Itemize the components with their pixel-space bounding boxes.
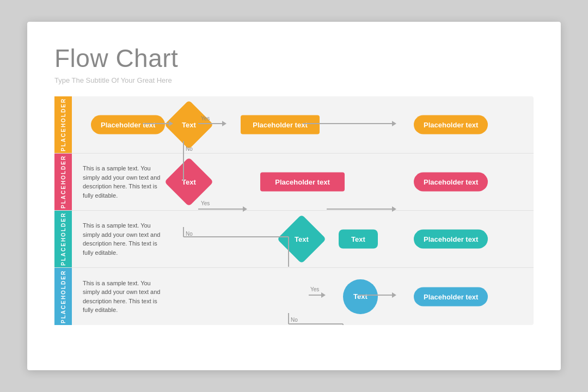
sidebar-label-row1: PLACEHOLDER — [54, 96, 72, 153]
row3-diamond[interactable]: Text — [284, 222, 319, 256]
row4-content: This is a sample text. You simply add yo… — [72, 268, 534, 325]
row1-rect[interactable]: Placeholder text — [241, 115, 320, 134]
row-3: PLACEHOLDER This is a sample text. You s… — [54, 211, 534, 268]
row3-content: This is a sample text. You simply add yo… — [72, 211, 534, 267]
sidebar-label-row2: PLACEHOLDER — [54, 154, 72, 210]
row1-pill1[interactable]: Placeholder text — [91, 115, 165, 134]
row3-pill[interactable]: Placeholder text — [414, 230, 488, 249]
row3-rect[interactable]: Text — [339, 230, 378, 249]
row2-pill[interactable]: Placeholder text — [414, 173, 488, 192]
sidebar-label-row4: PLACEHOLDER — [54, 268, 72, 325]
sidebar-label-row3: PLACEHOLDER — [54, 211, 72, 267]
row1-pill2[interactable]: Placeholder text — [414, 115, 488, 134]
row3-desc: This is a sample text. You simply add yo… — [77, 217, 170, 261]
row2-rect[interactable]: Placeholder text — [260, 173, 345, 192]
row2-content: This is a sample text. You simply add yo… — [72, 154, 534, 210]
slide-title: Flow Chart — [54, 44, 534, 73]
slide-subtitle: Type The Subtitle Of Your Great Here — [54, 76, 534, 84]
row1-diamond[interactable]: Text — [171, 107, 206, 142]
row-4: PLACEHOLDER This is a sample text. You s… — [54, 268, 534, 325]
row4-desc: This is a sample text. You simply add yo… — [77, 274, 170, 319]
row-2: PLACEHOLDER This is a sample text. You s… — [54, 154, 534, 211]
row-1: PLACEHOLDER Placeholder text Text Placeh… — [54, 96, 534, 154]
flow-chart-area: Yes No Yes No Yes — [54, 96, 534, 325]
row2-diamond[interactable]: Text — [171, 164, 206, 199]
row2-desc: This is a sample text. You simply add yo… — [77, 160, 170, 204]
slide: Flow Chart Type The Subtitle Of Your Gre… — [27, 22, 561, 370]
row4-circle[interactable]: Text — [343, 279, 378, 314]
row1-content: Placeholder text Text Placeholder text P… — [72, 96, 534, 153]
row4-pill[interactable]: Placeholder text — [414, 287, 488, 306]
